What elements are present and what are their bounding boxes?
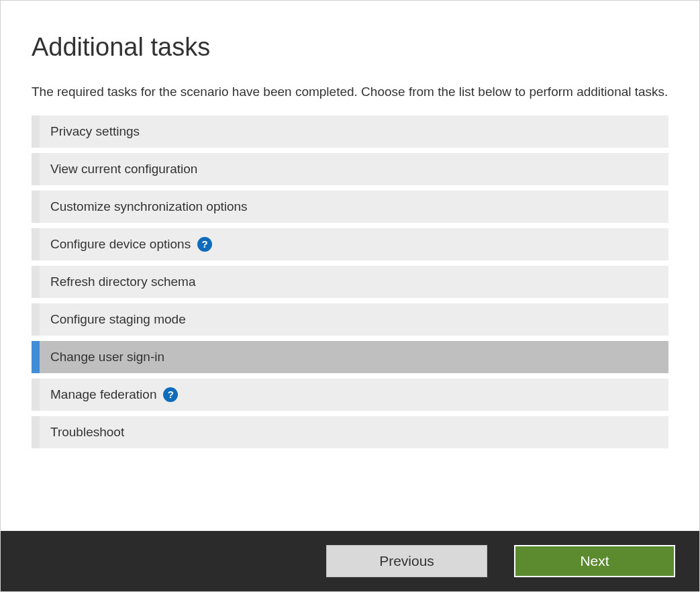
task-accent [32,303,40,336]
task-label: View current configuration [40,162,197,177]
task-label: Troubleshoot [40,425,124,440]
task-label: Refresh directory schema [40,275,195,289]
task-item[interactable]: Manage federation? [32,379,668,411]
task-accent [32,266,40,298]
page-title: Additional tasks [32,33,668,62]
task-label: Configure device options [40,237,191,252]
task-accent [32,191,40,223]
page-description: The required tasks for the scenario have… [32,83,668,101]
task-accent [32,153,40,185]
task-accent [32,115,40,148]
task-label: Privacy settings [40,124,140,139]
next-button[interactable]: Next [514,545,675,577]
help-icon[interactable]: ? [197,237,212,252]
task-accent [32,228,40,260]
help-icon[interactable]: ? [163,387,178,402]
task-label: Configure staging mode [40,312,186,327]
task-accent [32,341,40,373]
task-label: Change user sign-in [40,350,164,364]
task-item[interactable]: Refresh directory schema [32,266,668,298]
task-item[interactable]: Customize synchronization options [32,191,668,223]
task-accent [32,379,40,411]
task-item[interactable]: Configure device options? [32,228,668,260]
task-list: Privacy settingsView current configurati… [32,115,668,448]
task-label: Manage federation [40,387,156,402]
previous-button[interactable]: Previous [326,545,487,577]
task-item[interactable]: Change user sign-in [32,341,668,373]
wizard-content: Additional tasks The required tasks for … [1,1,699,448]
task-item[interactable]: View current configuration [32,153,668,185]
task-label: Customize synchronization options [40,199,248,214]
task-item[interactable]: Privacy settings [32,115,668,148]
task-item[interactable]: Configure staging mode [32,303,668,336]
task-item[interactable]: Troubleshoot [32,416,668,448]
wizard-footer: Previous Next [1,531,699,591]
task-accent [32,416,40,448]
